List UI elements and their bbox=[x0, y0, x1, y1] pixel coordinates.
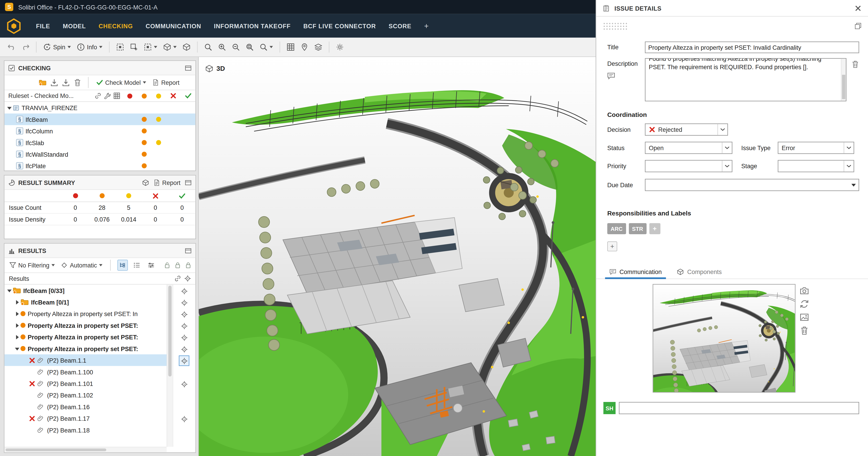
summary-report-button[interactable]: Report bbox=[152, 177, 182, 188]
component-row[interactable]: (P2) Beam.1.17 bbox=[4, 413, 167, 424]
filtering-button[interactable]: No Filtering bbox=[8, 258, 56, 272]
menu-information-takeoff[interactable]: INFORMATION TAKEOFF bbox=[214, 22, 290, 29]
component-row[interactable]: (P2) Beam.1.100 bbox=[4, 366, 167, 377]
result-issue-row[interactable]: Property Altezza in property set PSET: bbox=[4, 331, 167, 342]
status-select[interactable]: Open bbox=[645, 142, 733, 154]
zoom-select-button[interactable] bbox=[258, 40, 275, 54]
issue-type-select[interactable]: Error bbox=[778, 142, 854, 154]
grouping-button[interactable] bbox=[146, 260, 156, 271]
model-cube-icon[interactable] bbox=[142, 179, 149, 186]
component-row[interactable]: (P2) Beam.1.101 bbox=[4, 377, 167, 389]
tree-view-button[interactable] bbox=[118, 260, 128, 271]
section-box-button[interactable] bbox=[181, 40, 193, 54]
zoom-button[interactable] bbox=[202, 40, 215, 54]
check-model-button[interactable]: Check Model bbox=[95, 75, 147, 90]
description-scrollbar[interactable] bbox=[841, 59, 846, 101]
add-label-chip-button[interactable]: + bbox=[649, 223, 660, 234]
priority-select[interactable] bbox=[645, 160, 733, 172]
selection-basket-button[interactable] bbox=[114, 40, 126, 54]
menu-score[interactable]: SCORE bbox=[389, 22, 411, 29]
expander-icon[interactable] bbox=[14, 334, 20, 340]
expander-icon[interactable] bbox=[6, 104, 13, 111]
panel-dock-icon[interactable] bbox=[185, 247, 191, 254]
rule-row[interactable]: § IfcColumn bbox=[4, 125, 195, 136]
zoom-in-button[interactable] bbox=[216, 40, 228, 54]
tab-communication[interactable]: Communication bbox=[610, 265, 662, 278]
zoom-to-result-button[interactable] bbox=[179, 344, 189, 355]
info-button[interactable]: Info bbox=[75, 40, 105, 54]
zoom-to-result-button[interactable] bbox=[179, 321, 189, 331]
redo-button[interactable] bbox=[20, 40, 32, 54]
result-issue-row[interactable]: Property Altezza in property set PSET: bbox=[4, 343, 167, 354]
lock-open-icon[interactable] bbox=[164, 262, 170, 268]
ruleset-row[interactable]: TRANVIA_FIRENZE bbox=[4, 102, 195, 114]
expander-icon[interactable] bbox=[14, 299, 20, 305]
zoom-window-button[interactable] bbox=[244, 40, 256, 54]
spin-button[interactable]: Spin bbox=[41, 40, 73, 54]
3d-model-view[interactable] bbox=[199, 57, 596, 456]
issue-snapshot[interactable] bbox=[653, 284, 796, 393]
view-cube-button[interactable] bbox=[161, 40, 179, 54]
tab-components[interactable]: Components bbox=[677, 265, 722, 278]
selection-add-button[interactable] bbox=[128, 40, 141, 54]
zoom-to-result-button[interactable] bbox=[179, 379, 189, 389]
comment-input[interactable] bbox=[619, 402, 859, 414]
description-field[interactable]: Found 0 properties matching Altezza in p… bbox=[645, 58, 846, 101]
undo-button[interactable] bbox=[5, 40, 18, 54]
snapshot-camera-icon[interactable] bbox=[800, 286, 809, 295]
list-view-button[interactable] bbox=[131, 260, 142, 271]
open-ruleset-button[interactable] bbox=[39, 79, 46, 86]
zoom-to-result-button[interactable] bbox=[179, 297, 189, 308]
due-date-field[interactable] bbox=[645, 179, 859, 191]
export-button[interactable] bbox=[51, 79, 58, 86]
component-row[interactable]: (P2) Beam.1.16 bbox=[4, 401, 167, 413]
issue-title-input[interactable] bbox=[645, 41, 859, 53]
result-issue-row[interactable]: Property Altezza in property set PSET: I… bbox=[4, 308, 167, 320]
component-row[interactable]: (P2) Beam.1.1 bbox=[4, 354, 167, 366]
3d-viewport[interactable]: 3D bbox=[198, 57, 596, 456]
menu-file[interactable]: FILE bbox=[36, 22, 50, 29]
panel-dock-icon[interactable] bbox=[185, 179, 191, 186]
rule-row[interactable]: § IfcBeam bbox=[4, 114, 195, 125]
menu-bcf-live-connector[interactable]: BCF LIVE CONNECTOR bbox=[303, 22, 376, 29]
import-button[interactable] bbox=[62, 79, 70, 86]
zoom-to-result-button[interactable] bbox=[179, 414, 189, 424]
rule-row[interactable]: § IfcWallStandard bbox=[4, 148, 195, 160]
zoom-out-button[interactable] bbox=[230, 40, 242, 54]
checking-report-button[interactable]: Report bbox=[151, 75, 181, 90]
location-button[interactable] bbox=[299, 40, 311, 54]
layers-button[interactable] bbox=[312, 40, 324, 54]
rule-row[interactable]: § IfcPlate bbox=[4, 160, 195, 171]
zoom-to-result-button-selected[interactable] bbox=[179, 355, 189, 366]
grid-button[interactable] bbox=[285, 40, 297, 54]
table-icon[interactable] bbox=[114, 92, 120, 99]
zoom-to-result-button[interactable] bbox=[179, 332, 189, 343]
lock-all-icon[interactable] bbox=[185, 262, 191, 268]
selection-mode-button[interactable] bbox=[142, 40, 160, 54]
results-horizontal-scrollbar[interactable] bbox=[4, 447, 167, 452]
add-responsibility-button[interactable]: + bbox=[608, 241, 617, 251]
result-folder-row[interactable]: IfcBeam [0/1] bbox=[4, 296, 167, 308]
result-issue-row[interactable]: Property Altezza in property set PSET: bbox=[4, 320, 167, 331]
results-vertical-scrollbar[interactable] bbox=[166, 285, 173, 447]
expander-icon[interactable] bbox=[14, 310, 20, 317]
snapshot-delete-icon[interactable] bbox=[800, 326, 809, 335]
rule-row[interactable]: § IfcSlab bbox=[4, 137, 195, 148]
panel-dock-icon[interactable] bbox=[185, 64, 191, 71]
delete-description-icon[interactable] bbox=[851, 60, 859, 68]
wrench-icon[interactable] bbox=[104, 92, 111, 99]
automatic-button[interactable]: Automatic bbox=[60, 258, 103, 272]
lock-icon[interactable] bbox=[174, 262, 181, 268]
delete-ruleset-button[interactable] bbox=[74, 79, 81, 86]
component-row[interactable]: (P2) Beam.1.102 bbox=[4, 389, 167, 401]
zoom-to-result-button[interactable] bbox=[179, 309, 189, 320]
menu-communication[interactable]: COMMUNICATION bbox=[146, 22, 201, 29]
menu-model[interactable]: MODEL bbox=[63, 22, 86, 29]
link-icon[interactable] bbox=[95, 92, 101, 99]
show-selection-icon[interactable] bbox=[184, 275, 191, 282]
label-chip-str[interactable]: STR bbox=[629, 223, 646, 234]
expander-icon[interactable] bbox=[6, 287, 13, 294]
settings-button[interactable] bbox=[334, 40, 346, 54]
float-panel-icon[interactable] bbox=[855, 23, 861, 29]
expander-icon[interactable] bbox=[14, 322, 20, 329]
